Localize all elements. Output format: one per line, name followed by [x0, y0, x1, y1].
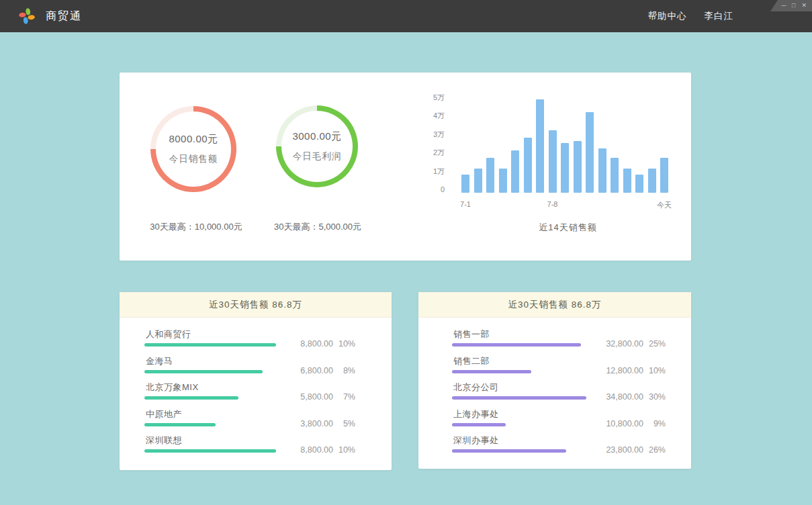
customer-rank-list: 人和商贸行8,800.0010%金海马6,800.008%北京万象MIX5,80…	[120, 318, 392, 461]
profit-30day-max: 30天最高：5,000.00元	[246, 221, 389, 233]
rank-row-name: 北京分公司	[453, 381, 499, 394]
rank-row: 深圳联想8,800.0010%	[144, 434, 392, 461]
rank-row-bar	[144, 343, 276, 347]
rank-row: 人和商贸行8,800.0010%	[144, 328, 392, 355]
today-profit-ring: 3000.00元 今日毛利润	[276, 105, 358, 187]
rank-row: 北京万象MIX5,800.007%	[144, 381, 392, 408]
rank-row: 深圳办事处23,800.0026%	[452, 434, 691, 461]
rank-row-amount: 32,800.00	[590, 339, 643, 349]
maximize-icon[interactable]: □	[792, 3, 795, 9]
rank-row-name: 深圳办事处	[453, 434, 499, 447]
user-name-menu[interactable]: 李白江	[705, 10, 734, 22]
rank-row-percent: 10%	[643, 366, 666, 375]
rank-row-name: 金海马	[146, 355, 173, 367]
rank-row-bar	[452, 343, 581, 347]
rank-row-percent: 5%	[333, 419, 355, 428]
rank-row-values: 6,800.008%	[279, 366, 355, 375]
customer-rank-card: 近30天销售额 86.8万 人和商贸行8,800.0010%金海马6,800.0…	[120, 292, 392, 470]
rank-row-name: 销售一部	[453, 328, 490, 340]
rank-row-amount: 23,800.00	[590, 445, 643, 455]
rank-row-percent: 26%	[643, 445, 666, 455]
rank-row-name: 人和商贸行	[146, 328, 191, 340]
sales-bar	[461, 175, 469, 193]
rank-row-name: 上海办事处	[453, 408, 499, 420]
sales-bar	[536, 99, 544, 193]
department-rank-list: 销售一部32,800.0025%销售二部12,800.0010%北京分公司34,…	[418, 318, 691, 461]
sales-bar	[499, 169, 507, 193]
x-tick-label: 今天	[657, 200, 672, 210]
rank-row-values: 8,800.0010%	[279, 339, 355, 349]
rank-row-bar	[452, 449, 566, 453]
rank-row-values: 12,800.0010%	[590, 366, 666, 375]
today-sales-value: 8000.00元	[169, 133, 218, 146]
x-tick-label: 7-1	[460, 200, 471, 208]
sales-bar	[574, 141, 582, 193]
sales-bar	[474, 169, 482, 193]
rank-row-amount: 3,800.00	[279, 419, 333, 428]
sales-bar	[611, 158, 619, 193]
rank-row-amount: 5,800.00	[279, 392, 333, 402]
sales-bar	[648, 169, 656, 193]
chart-y-axis: 5万4万3万2万1万0	[415, 73, 445, 207]
rank-row-bar	[452, 396, 586, 400]
app-logo-pinwheel-icon	[18, 7, 36, 25]
y-tick-label: 4万	[415, 111, 445, 120]
department-rank-card: 近30天销售额 86.8万 销售一部32,800.0025%销售二部12,800…	[418, 292, 691, 469]
sales-bar	[623, 169, 631, 193]
rank-row-amount: 12,800.00	[590, 366, 643, 375]
rank-row-amount: 6,800.00	[279, 366, 333, 375]
rank-row: 中原地产3,800.005%	[144, 408, 392, 434]
rank-row-values: 32,800.0025%	[590, 339, 666, 349]
rank-row-name: 中原地产	[146, 408, 182, 420]
rank-row-bar	[144, 370, 263, 373]
rank-row-percent: 30%	[643, 392, 666, 402]
rank-row-percent: 10%	[333, 445, 355, 455]
sales-bar	[511, 150, 519, 193]
rank-row-bar	[452, 370, 531, 373]
y-tick-label: 3万	[415, 130, 445, 139]
sales-bar	[660, 158, 668, 193]
rank-row: 北京分公司34,800.0030%	[452, 381, 691, 408]
today-profit-ring-center: 3000.00元 今日毛利润	[281, 111, 353, 182]
sales-bar	[635, 175, 643, 193]
rank-row-bar	[144, 449, 276, 453]
today-profit-label: 今日毛利润	[293, 150, 342, 163]
rank-row-name: 销售二部	[453, 355, 490, 367]
help-center-link[interactable]: 帮助中心	[648, 10, 687, 22]
rank-row-amount: 8,800.00	[279, 445, 333, 455]
y-tick-label: 0	[415, 185, 445, 194]
sales-bar	[586, 112, 594, 193]
rank-row-percent: 9%	[643, 419, 666, 428]
rank-row-values: 23,800.0026%	[590, 445, 666, 455]
rank-row: 销售一部32,800.0025%	[452, 328, 691, 355]
y-tick-label: 2万	[415, 148, 445, 157]
close-icon[interactable]: ✕	[801, 3, 807, 9]
app-title: 商贸通	[46, 0, 82, 32]
customer-rank-title: 近30天销售额 86.8万	[120, 292, 392, 318]
top-navigation: 帮助中心 李白江	[648, 0, 734, 32]
window-controls: ─ □ ✕	[770, 0, 812, 11]
rank-row-values: 5,800.007%	[279, 392, 355, 402]
rank-row-amount: 34,800.00	[590, 392, 643, 402]
today-profit-value: 3000.00元	[292, 130, 341, 143]
rank-row-values: 10,800.009%	[590, 419, 666, 428]
sales-bar	[524, 138, 532, 193]
rank-row-bar	[144, 423, 216, 426]
sales-bar	[561, 143, 569, 193]
today-sales-ring: 8000.00元 今日销售额	[150, 106, 236, 192]
x-tick-label: 7-8	[547, 200, 558, 208]
rank-row-percent: 25%	[643, 339, 666, 349]
rank-row: 销售二部12,800.0010%	[452, 355, 691, 381]
y-tick-label: 5万	[415, 93, 445, 102]
today-summary-card: 8000.00元 今日销售额 30天最高：10,000.00元 3000.00元…	[120, 73, 691, 261]
sales-bar	[549, 130, 557, 193]
rank-row-bar	[144, 396, 238, 400]
sales-bar	[486, 158, 494, 193]
chart-title: 近14天销售额	[496, 222, 640, 234]
minimize-icon[interactable]: ─	[782, 3, 786, 9]
rank-row-values: 8,800.0010%	[279, 445, 355, 455]
rank-row: 金海马6,800.008%	[144, 355, 392, 381]
today-sales-ring-center: 8000.00元 今日销售额	[156, 111, 231, 187]
rank-row-amount: 8,800.00	[279, 339, 333, 349]
rank-row-name: 北京万象MIX	[146, 381, 199, 394]
